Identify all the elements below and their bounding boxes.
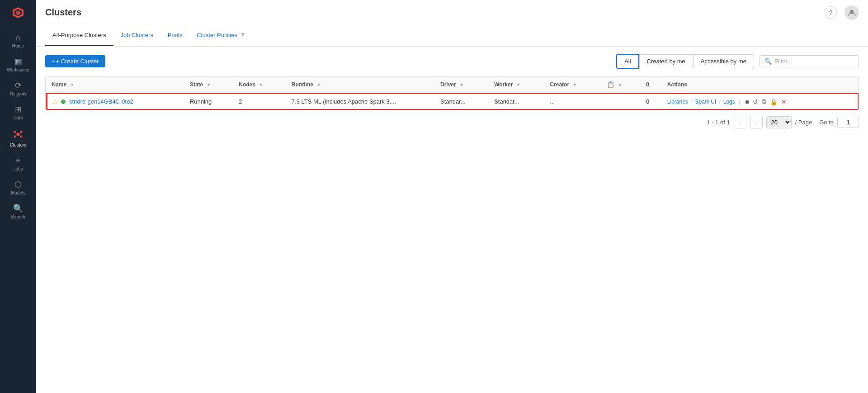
data-icon: ⊞ [15,105,22,114]
sidebar-label-clusters: Clusters [10,142,27,147]
pagination-range: 1 - 1 of 1 [707,119,730,126]
col-driver[interactable]: Driver ▼ [435,76,489,93]
stop-icon[interactable]: ■ [745,98,749,105]
app-logo[interactable] [0,0,36,25]
sidebar-item-recents[interactable]: ⟳ Recents [0,77,36,101]
state-sort-icon: ▼ [207,82,211,87]
clone-icon[interactable]: ⧉ [762,98,766,105]
sidebar-item-clusters[interactable]: Clusters [0,125,36,152]
tab-cluster-policies[interactable]: Cluster Policies ? [189,25,251,46]
sidebar-item-search[interactable]: 🔍 Search [0,200,36,224]
col-worker[interactable]: Worker ▼ [489,76,544,93]
status-indicator [61,99,66,104]
col-name[interactable]: Name ▼ [47,76,184,93]
prev-page-button[interactable]: ‹ [734,116,746,128]
home-icon: ⌂ [16,33,21,42]
driver-sort-icon: ▼ [459,82,464,87]
col-creator[interactable]: Creator ▼ [544,76,601,93]
main-content: Clusters ? All-Purpose Clusters Job Clus… [36,0,868,393]
filter-search-box: 🔍 [760,55,859,67]
goto-label: Go to [819,119,834,126]
cell-state: Running [184,93,233,110]
sidebar-label-home: Home [12,43,24,48]
nodes-sort-icon: ▼ [259,82,263,87]
sidebar: ⌂ Home ▦ Workspace ⟳ Recents ⊞ Data [0,0,36,393]
sep3: | [739,98,740,105]
tabs-bar: All-Purpose Clusters Job Clusters Pools … [36,25,868,47]
tab-all-purpose[interactable]: All-Purpose Clusters [45,25,113,46]
recents-icon: ⟳ [15,81,22,90]
warning-icon: ⚠ [52,99,57,105]
filter-area: All Created by me Accessible by me 🔍 [616,54,859,69]
content-area: + + Create Cluster All Created by me Acc… [36,47,868,393]
sidebar-label-workspace: Workspace [7,67,29,72]
filter-group: All Created by me Accessible by me [616,54,754,69]
sidebar-item-workspace[interactable]: ▦ Workspace [0,53,36,77]
col-actions: Actions [662,76,859,93]
table-header-row: Name ▼ State ▼ Nodes ▼ Runtime [47,76,859,93]
filter-created-button[interactable]: Created by me [639,54,693,68]
topbar-right: ? [825,5,859,20]
help-button[interactable]: ? [825,6,837,19]
tab-pools[interactable]: Pools [160,25,190,46]
cluster-name-link[interactable]: stndrd-gen14GB4C-0to2 [69,98,133,105]
name-sort-icon: ▼ [70,82,75,87]
col-runtime[interactable]: Runtime ▼ [286,76,435,93]
col-notes[interactable]: 📋 ▼ [601,76,641,93]
sidebar-label-search: Search [11,214,25,219]
workspace-icon: ▦ [14,57,22,66]
sep2: / [719,98,721,105]
topbar: Clusters ? [36,0,868,25]
col-count: 0 [641,76,662,93]
notes-sort-icon: ▼ [618,83,622,88]
sidebar-label-models: Models [11,190,25,195]
search-sidebar-icon: 🔍 [13,204,23,213]
clusters-icon [13,129,23,141]
goto-input[interactable] [837,117,859,128]
sep1: / [691,98,693,105]
cluster-name-cell: ⚠ stndrd-gen14GB4C-0to2 [52,98,179,105]
table-row[interactable]: ⚠ stndrd-gen14GB4C-0to2 Running 2 7.3 LT… [47,93,859,110]
user-avatar[interactable] [844,5,859,20]
cluster-policies-help-icon: ? [241,32,244,38]
sidebar-label-jobs: Jobs [13,166,23,171]
sidebar-item-data[interactable]: ⊞ Data [0,101,36,125]
cell-worker: Standar... [489,93,544,110]
cell-notes [601,93,641,110]
per-page-label: / Page [795,119,812,126]
creator-sort-icon: ▼ [572,82,577,87]
cell-driver: Standar... [435,93,489,110]
restart-icon[interactable]: ↺ [753,98,758,105]
col-state[interactable]: State ▼ [184,76,233,93]
sidebar-item-models[interactable]: ⬡ Models [0,176,36,200]
sidebar-label-recents: Recents [10,91,27,96]
next-page-button[interactable]: › [750,116,763,128]
spark-ui-link[interactable]: Spark UI [695,99,716,105]
tab-job-clusters[interactable]: Job Clusters [113,25,160,46]
sidebar-label-data: Data [13,115,23,120]
libraries-link[interactable]: Libraries [667,99,688,105]
clusters-table: Name ▼ State ▼ Nodes ▼ Runtime [45,76,859,110]
toolbar: + + Create Cluster All Created by me Acc… [45,54,859,69]
filter-accessible-button[interactable]: Accessible by me [693,54,754,68]
search-icon: 🔍 [764,58,772,65]
cell-name: ⚠ stndrd-gen14GB4C-0to2 [47,93,184,110]
worker-sort-icon: ▼ [516,82,521,87]
runtime-sort-icon: ▼ [316,82,321,87]
per-page-select[interactable]: 20 50 100 [766,116,792,128]
filter-all-button[interactable]: All [616,54,639,69]
sidebar-item-home[interactable]: ⌂ Home [0,29,36,53]
filter-input[interactable] [774,58,854,65]
create-cluster-button[interactable]: + + Create Cluster [45,55,105,67]
delete-icon[interactable]: ✕ [781,98,787,105]
cell-count: 0 [641,93,662,110]
lock-icon[interactable]: 🔒 [770,98,778,105]
models-icon: ⬡ [14,180,22,189]
notes-icon: 📋 [607,81,614,88]
cell-actions: Libraries / Spark UI / Logs | ■ ↺ ⧉ 🔒 ✕ [662,93,859,110]
sidebar-nav: ⌂ Home ▦ Workspace ⟳ Recents ⊞ Data [0,25,36,224]
sidebar-item-jobs[interactable]: ≡ Jobs [0,152,36,176]
logs-link[interactable]: Logs [723,99,735,105]
cell-runtime: 7.3 LTS ML (includes Apache Spark 3.... [286,93,435,110]
col-nodes[interactable]: Nodes ▼ [233,76,286,93]
